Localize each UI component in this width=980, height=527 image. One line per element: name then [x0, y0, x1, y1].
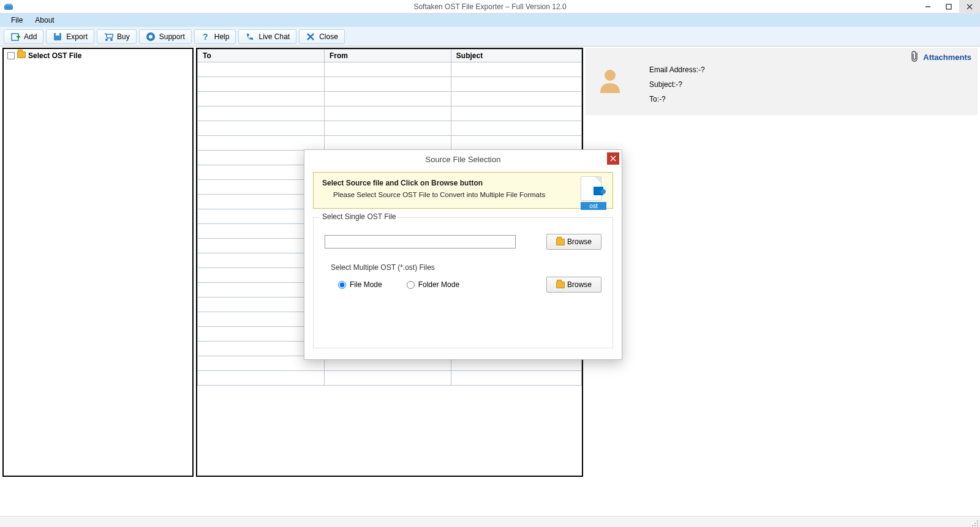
- export-icon: [53, 32, 62, 42]
- banner-title: Select Source file and Click on Browse b…: [322, 179, 604, 187]
- file-mode-radio-input[interactable]: [338, 281, 346, 289]
- col-header-subject[interactable]: Subject: [451, 50, 581, 62]
- folder-mode-radio-input[interactable]: [407, 281, 415, 289]
- dialog-title: Source File Selection: [426, 155, 501, 164]
- svg-point-20: [974, 523, 976, 524]
- tree-pane: Select OST File: [2, 48, 194, 477]
- tree-root-node[interactable]: Select OST File: [7, 51, 189, 60]
- help-icon: ?: [201, 32, 211, 42]
- add-button[interactable]: Add: [4, 29, 43, 44]
- tree-root-label: Select OST File: [28, 51, 81, 60]
- svg-point-11: [105, 39, 108, 41]
- add-label: Add: [24, 32, 37, 41]
- menu-about[interactable]: About: [29, 15, 60, 26]
- table-row[interactable]: [198, 371, 582, 386]
- browse-single-label: Browse: [567, 237, 592, 246]
- file-mode-radio[interactable]: File Mode: [338, 280, 382, 289]
- support-icon: [146, 32, 156, 42]
- buy-button[interactable]: Buy: [97, 29, 137, 44]
- menu-file[interactable]: File: [5, 15, 29, 26]
- paperclip-icon: [911, 50, 919, 64]
- table-row[interactable]: [198, 107, 582, 121]
- ost-badge-label: ost: [581, 202, 606, 210]
- close-label: Close: [319, 32, 338, 41]
- folder-icon: [556, 239, 565, 245]
- app-icon: [4, 2, 13, 12]
- livechat-label: Live Chat: [258, 32, 290, 41]
- col-header-from[interactable]: From: [324, 50, 451, 62]
- preview-pane: Attachments Email Address:-? Subject:-? …: [586, 48, 978, 477]
- multiple-file-row: File Mode Folder Mode Browse: [325, 277, 601, 293]
- support-button[interactable]: Support: [139, 29, 192, 44]
- svg-text:?: ?: [203, 32, 208, 42]
- info-banner: Select Source file and Click on Browse b…: [313, 172, 613, 209]
- attachments-label: Attachments: [923, 53, 971, 62]
- svg-point-12: [110, 39, 113, 41]
- buy-label: Buy: [117, 32, 130, 41]
- single-ost-group-title: Select Single OST File: [320, 212, 399, 221]
- folder-mode-radio[interactable]: Folder Mode: [407, 280, 459, 289]
- attachments-link[interactable]: Attachments: [911, 50, 971, 64]
- col-header-to[interactable]: To: [198, 50, 325, 62]
- svg-point-24: [977, 525, 978, 526]
- help-label: Help: [214, 32, 230, 41]
- window-title: Softaken OST File Exporter – Full Versio…: [413, 2, 566, 11]
- svg-point-19: [977, 520, 978, 521]
- titlebar: Softaken OST File Exporter – Full Versio…: [0, 0, 980, 13]
- close-icon: [306, 32, 315, 42]
- table-row[interactable]: [198, 62, 582, 77]
- single-ost-path-input[interactable]: [325, 235, 516, 249]
- svg-rect-1: [6, 4, 12, 6]
- minimize-button[interactable]: [918, 0, 938, 13]
- browse-single-button[interactable]: Browse: [546, 234, 601, 250]
- tree-checkbox[interactable]: [7, 52, 15, 59]
- folder-icon: [17, 51, 26, 60]
- preview-email-address: Email Address:-?: [649, 62, 969, 77]
- export-label: Export: [66, 32, 88, 41]
- close-button[interactable]: Close: [299, 29, 345, 44]
- preview-to: To:-?: [649, 92, 969, 107]
- folder-icon: [556, 282, 565, 288]
- preview-subject: Subject:-?: [649, 77, 969, 92]
- svg-point-18: [605, 70, 616, 81]
- phone-icon: [245, 32, 255, 42]
- browse-multiple-label: Browse: [567, 280, 592, 289]
- svg-rect-3: [946, 4, 951, 9]
- table-row[interactable]: [198, 77, 582, 92]
- table-row[interactable]: [198, 136, 582, 151]
- close-window-button[interactable]: [959, 0, 980, 13]
- source-file-selection-dialog: Source File Selection Select Source file…: [304, 149, 622, 360]
- toolbar: Add Export Buy Support ? Help Live Chat …: [0, 27, 980, 47]
- browse-multiple-button[interactable]: Browse: [546, 277, 601, 293]
- dialog-body: Select Source file and Click on Browse b…: [304, 168, 622, 359]
- support-label: Support: [159, 32, 185, 41]
- menubar: File About: [0, 13, 980, 27]
- dialog-titlebar: Source File Selection: [304, 150, 622, 168]
- dialog-close-button[interactable]: [607, 152, 619, 165]
- add-icon: [10, 32, 20, 42]
- svg-rect-0: [4, 5, 13, 10]
- table-row[interactable]: [198, 121, 582, 136]
- livechat-button[interactable]: Live Chat: [238, 29, 296, 44]
- svg-point-22: [972, 525, 973, 526]
- export-button[interactable]: Export: [46, 29, 94, 44]
- svg-point-14: [149, 35, 153, 39]
- preview-header: Attachments Email Address:-? Subject:-? …: [586, 48, 978, 115]
- banner-subtitle: Please Select Source OST File to Convert…: [333, 191, 604, 198]
- maximize-button[interactable]: [938, 0, 959, 13]
- ost-file-icon: ost: [581, 176, 606, 210]
- svg-point-21: [977, 523, 978, 524]
- single-ost-groupbox: Select Single OST File Browse Select Mul…: [313, 217, 613, 348]
- avatar-icon: [597, 66, 624, 93]
- svg-rect-10: [56, 33, 59, 36]
- single-file-row: Browse: [325, 234, 601, 250]
- svg-point-23: [974, 525, 976, 526]
- table-row[interactable]: [198, 92, 582, 107]
- resize-grip[interactable]: [971, 518, 979, 526]
- buy-icon: [104, 32, 113, 42]
- statusbar: [0, 516, 980, 527]
- window-controls: [918, 0, 980, 13]
- help-button[interactable]: ? Help: [194, 29, 236, 44]
- multiple-ost-title: Select Multiple OST (*.ost) Files: [331, 263, 601, 272]
- mode-radiogroup: File Mode Folder Mode: [338, 280, 459, 289]
